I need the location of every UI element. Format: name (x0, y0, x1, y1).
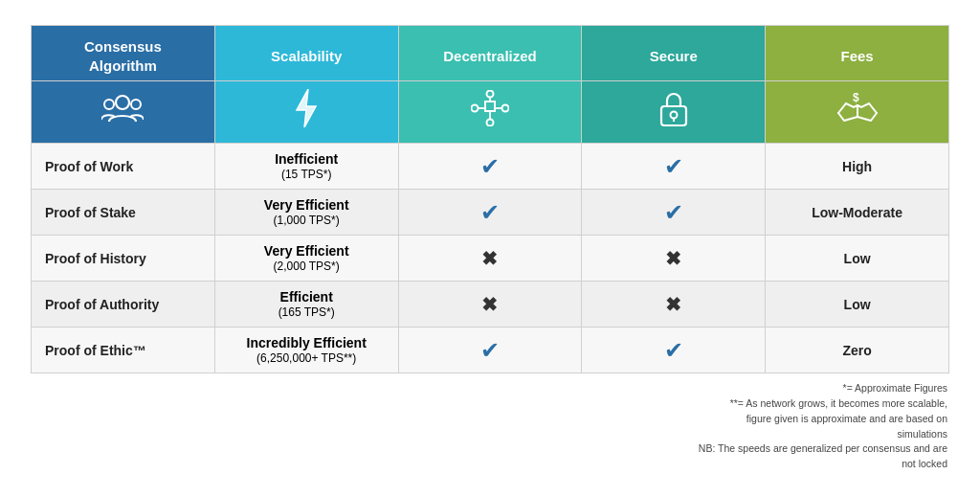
svg-point-11 (501, 105, 508, 112)
checkmark-yes: ✔ (480, 199, 500, 225)
secure-value: ✖ (582, 282, 766, 328)
scalability-value: Very Efficient(1,000 TPS*) (214, 190, 398, 236)
svg-point-0 (116, 96, 129, 109)
algorithm-name: Proof of Work (32, 144, 215, 190)
col-header-algorithm-label: Consensus Algorithm (39, 37, 207, 75)
checkmark-no: ✖ (665, 294, 681, 315)
header-row: Consensus Algorithm Scalability Decentra… (32, 26, 949, 81)
icon-row: $ (32, 81, 949, 144)
checkmark-no: ✖ (665, 248, 681, 269)
handshake-icon: $ (836, 90, 879, 130)
decentralized-value: ✖ (398, 236, 582, 282)
col-header-fees: Fees (766, 26, 949, 81)
secure-value: ✔ (582, 190, 766, 236)
col-header-decentralized-label: Decentralized (407, 48, 574, 64)
table-row: Proof of StakeVery Efficient(1,000 TPS*)… (32, 190, 949, 236)
decentralized-value: ✖ (398, 282, 582, 328)
decentralized-value: ✔ (398, 328, 582, 373)
people-icon (101, 93, 144, 127)
checkmark-no: ✖ (481, 294, 498, 315)
svg-point-9 (471, 105, 478, 112)
svg-point-14 (670, 112, 677, 119)
col-header-fees-label: Fees (773, 48, 941, 64)
svg-point-2 (131, 100, 141, 109)
table-row: Proof of Ethic™Incredibly Efficient(6,25… (32, 328, 949, 373)
algorithm-name: Proof of History (32, 236, 215, 282)
algorithm-name: Proof of Authority (32, 282, 215, 328)
svg-rect-13 (661, 106, 686, 125)
fees-value: Zero (766, 328, 949, 373)
checkmark-yes: ✔ (480, 337, 500, 363)
decentralized-value: ✔ (398, 190, 582, 236)
col-header-secure-label: Secure (590, 48, 757, 64)
fees-value: High (766, 144, 949, 190)
algorithm-name: Proof of Stake (32, 190, 215, 236)
table-row: Proof of HistoryVery Efficient(2,000 TPS… (32, 236, 949, 282)
scalability-value: Efficient(165 TPS*) (214, 282, 398, 328)
secure-value: ✖ (582, 236, 766, 282)
algorithm-name: Proof of Ethic™ (32, 328, 215, 373)
scalability-value: Incredibly Efficient(6,250,000+ TPS**) (214, 328, 398, 373)
svg-text:$: $ (853, 91, 859, 104)
svg-point-7 (486, 120, 493, 126)
icon-cell-decentralized (398, 81, 582, 144)
svg-marker-3 (297, 89, 316, 127)
svg-point-1 (104, 100, 114, 109)
col-header-scalability-label: Scalability (223, 48, 390, 64)
main-container: Consensus Algorithm Scalability Decentra… (21, 15, 959, 482)
checkmark-yes: ✔ (664, 199, 683, 225)
col-header-secure: Secure (582, 26, 766, 81)
icon-cell-secure (582, 81, 766, 144)
lock-icon (658, 89, 689, 131)
svg-point-5 (486, 91, 493, 98)
col-header-scalability: Scalability (214, 26, 398, 81)
lightning-icon (293, 89, 320, 131)
icon-cell-algorithm (32, 81, 215, 144)
scalability-value: Inefficient(15 TPS*) (214, 144, 398, 190)
scalability-value: Very Efficient(2,000 TPS*) (214, 236, 398, 282)
table-row: Proof of AuthorityEfficient(165 TPS*)✖✖L… (32, 282, 949, 328)
checkmark-no: ✖ (481, 248, 498, 269)
svg-rect-4 (485, 102, 495, 111)
col-header-decentralized: Decentralized (398, 26, 582, 81)
checkmark-yes: ✔ (664, 153, 683, 179)
icon-cell-scalability (214, 81, 398, 144)
table-row: Proof of WorkInefficient(15 TPS*)✔✔High (32, 144, 949, 190)
comparison-table: Consensus Algorithm Scalability Decentra… (31, 25, 949, 373)
col-header-algorithm: Consensus Algorithm (32, 26, 215, 81)
fees-value: Low (766, 282, 949, 328)
network-icon (471, 90, 509, 130)
fees-value: Low (766, 236, 949, 282)
footnote: *= Approximate Figures **= As network gr… (31, 373, 949, 472)
checkmark-yes: ✔ (480, 153, 500, 179)
fees-value: Low-Moderate (766, 190, 949, 236)
table-body: Proof of WorkInefficient(15 TPS*)✔✔HighP… (32, 144, 949, 373)
secure-value: ✔ (582, 328, 766, 373)
checkmark-yes: ✔ (664, 337, 683, 363)
secure-value: ✔ (582, 144, 766, 190)
icon-cell-fees: $ (766, 81, 949, 144)
decentralized-value: ✔ (398, 144, 582, 190)
